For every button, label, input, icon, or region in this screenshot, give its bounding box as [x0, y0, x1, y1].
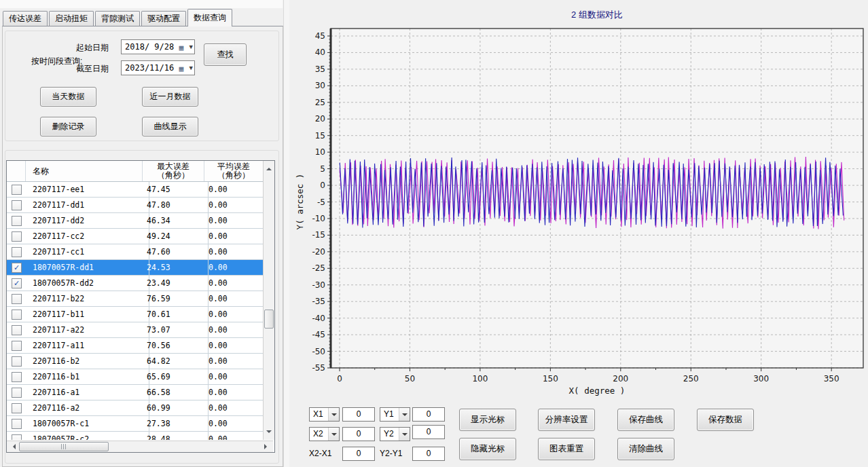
header-avg-error[interactable]: 平均误差（角秒）: [204, 161, 263, 181]
y-tick-label: 15: [315, 131, 325, 141]
cell-name: 2207117-b22: [26, 291, 149, 306]
checkbox-icon[interactable]: [12, 231, 22, 242]
y1-value-field[interactable]: 0: [412, 407, 445, 422]
x2-value-field[interactable]: 0: [342, 427, 375, 441]
vertical-scroll-thumb[interactable]: [264, 310, 274, 329]
table-header-row: 名称 最大误差（角秒） 平均误差（角秒）: [7, 161, 263, 182]
chevron-down-icon[interactable]: ▼: [189, 40, 193, 54]
cell-avg: 0.00: [204, 307, 263, 322]
x1-value-field[interactable]: 0: [342, 407, 375, 422]
today-data-button[interactable]: 当天数据: [40, 87, 96, 107]
start-date-value: 2018/ 9/28: [125, 42, 174, 52]
horizontal-scroll-thumb[interactable]: [19, 442, 109, 451]
cell-max: 28.48: [143, 432, 209, 440]
checkbox-icon[interactable]: [12, 216, 22, 226]
table-vertical-scrollbar[interactable]: [263, 161, 274, 440]
table-horizontal-scrollbar[interactable]: [7, 441, 273, 452]
table-row[interactable]: 18070057R-c228.480.00: [7, 432, 263, 440]
chevron-down-icon[interactable]: [399, 428, 410, 441]
search-button[interactable]: 查找: [204, 43, 247, 66]
chevron-down-icon[interactable]: [328, 428, 339, 441]
table-row[interactable]: 2207116-b264.820.00: [7, 354, 263, 369]
tab-4[interactable]: 驱动配置: [141, 11, 186, 26]
table-row[interactable]: 2207117-a1170.560.00: [7, 338, 263, 354]
scroll-left-icon[interactable]: [10, 444, 16, 449]
checkbox-icon[interactable]: [12, 325, 22, 335]
table-row[interactable]: 2207116-a166.580.00: [7, 385, 263, 400]
table-row[interactable]: 2207116-a260.990.00: [7, 400, 263, 416]
y-tick-label: 45: [315, 31, 325, 41]
calendar-icon[interactable]: ▦: [179, 41, 183, 55]
header-name[interactable]: 名称: [26, 161, 143, 181]
checkbox-icon[interactable]: [12, 247, 22, 257]
header-max-error[interactable]: 最大误差（角秒）: [143, 161, 204, 181]
scroll-up-icon[interactable]: [266, 165, 272, 170]
dx-label: X2-X1: [309, 449, 331, 458]
show-cursor-button[interactable]: 显示光标: [459, 409, 516, 431]
table-row[interactable]: 2207117-b2276.590.00: [7, 291, 263, 307]
x-tick-label: 0: [337, 374, 342, 384]
scroll-down-icon[interactable]: [266, 430, 272, 436]
table-row[interactable]: 2207117-cc147.600.00: [7, 244, 263, 260]
x1-cursor-select[interactable]: X1: [309, 407, 340, 422]
chevron-down-icon[interactable]: [328, 408, 339, 421]
curve-display-button[interactable]: 曲线显示: [142, 117, 198, 136]
table-row[interactable]: 2207117-ee147.450.00: [7, 182, 263, 198]
table-row[interactable]: ✓18070057R-dd124.530.00: [7, 260, 263, 276]
checkbox-icon[interactable]: [12, 341, 22, 351]
table-row[interactable]: ✓18070057R-dd223.490.00: [7, 276, 263, 291]
checkbox-icon[interactable]: [12, 372, 22, 382]
dx-value-field[interactable]: 0: [342, 447, 375, 461]
panel-divider-highlight: [284, 0, 289, 467]
save-curve-button[interactable]: 保存曲线: [617, 409, 674, 431]
table-row[interactable]: 2207116-b165.690.00: [7, 369, 263, 385]
chevron-down-icon[interactable]: [399, 408, 410, 421]
checkbox-icon[interactable]: [12, 434, 22, 440]
cell-max: 23.49: [143, 276, 209, 291]
checkbox-icon[interactable]: [12, 388, 22, 398]
checkbox-icon[interactable]: [12, 200, 22, 210]
table-row[interactable]: 2207117-b1170.610.00: [7, 307, 263, 322]
cell-max: 49.24: [143, 229, 209, 244]
cell-name: 2207117-dd1: [26, 198, 149, 212]
save-data-button[interactable]: 保存数据: [697, 409, 754, 431]
table-row[interactable]: 2207117-dd246.340.00: [7, 213, 263, 229]
tab-3[interactable]: 背隙测试: [95, 11, 140, 26]
tab-1[interactable]: 传达误差: [3, 11, 48, 26]
table-row[interactable]: 18070057R-c127.380.00: [7, 416, 263, 432]
checkbox-icon[interactable]: [12, 294, 22, 304]
start-date-picker[interactable]: 2018/ 9/28 ▦ ▼: [121, 39, 195, 54]
checkbox-icon[interactable]: [12, 419, 22, 429]
table-row[interactable]: 2207117-a2273.070.00: [7, 322, 263, 338]
checkbox-checked-icon[interactable]: ✓: [12, 278, 22, 288]
chevron-down-icon[interactable]: ▼: [189, 61, 193, 75]
y2-value-field[interactable]: 0: [412, 425, 445, 439]
y-tick-label: 20: [315, 114, 325, 124]
dy-value-field[interactable]: 0: [412, 447, 445, 461]
tab-2[interactable]: 启动扭矩: [49, 11, 94, 26]
y2-cursor-select[interactable]: Y2: [380, 427, 410, 441]
end-date-picker[interactable]: 2023/11/16 ▦ ▼: [121, 60, 195, 75]
y-tick-label: 0: [320, 181, 325, 190]
scroll-right-icon[interactable]: [264, 444, 270, 449]
tab-5[interactable]: 数据查询: [187, 9, 232, 26]
checkbox-checked-icon[interactable]: ✓: [12, 263, 22, 273]
x2-cursor-select[interactable]: X2: [309, 427, 340, 441]
y-tick-label: -15: [312, 230, 325, 240]
checkbox-icon[interactable]: [12, 356, 22, 367]
chart-reset-button[interactable]: 图表重置: [538, 438, 595, 460]
calendar-icon[interactable]: ▦: [179, 62, 183, 76]
cell-name: 18070057R-c2: [26, 432, 149, 440]
y1-cursor-select[interactable]: Y1: [380, 407, 410, 422]
table-row[interactable]: 2207117-dd147.800.00: [7, 198, 263, 213]
checkbox-icon[interactable]: [12, 403, 22, 413]
delete-record-button[interactable]: 删除记录: [40, 117, 96, 136]
checkbox-icon[interactable]: [12, 310, 22, 320]
checkbox-icon[interactable]: [12, 185, 22, 195]
hide-cursor-button[interactable]: 隐藏光标: [459, 438, 516, 460]
table-row[interactable]: 2207117-cc249.240.00: [7, 229, 263, 244]
resolution-settings-button[interactable]: 分辨率设置: [538, 409, 595, 431]
clear-curve-button[interactable]: 清除曲线: [617, 438, 674, 460]
last-month-data-button[interactable]: 近一月数据: [142, 87, 198, 107]
x-tick-label: 50: [405, 374, 415, 384]
